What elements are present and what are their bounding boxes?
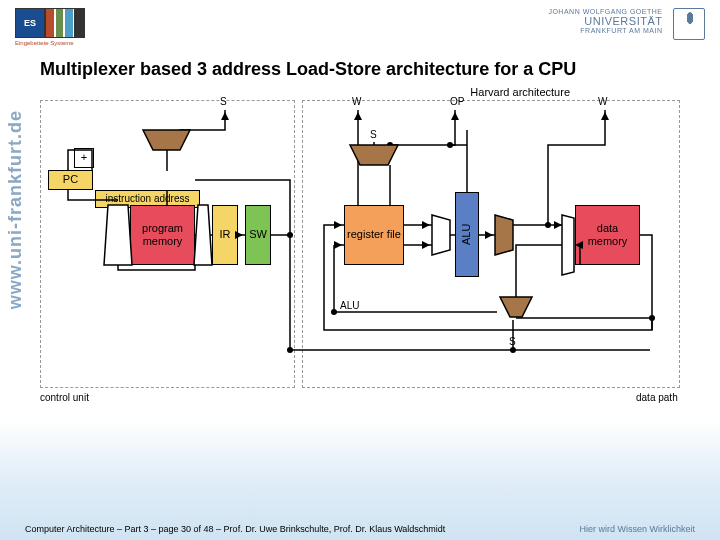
slide-title: Multiplexer based 3 address Load-Store a…	[0, 54, 720, 90]
svg-marker-23	[104, 205, 132, 265]
sidebar-url: www.uni-frankfurt.de	[5, 110, 26, 309]
svg-marker-22	[143, 130, 190, 150]
svg-marker-26	[432, 215, 450, 255]
svg-marker-29	[562, 215, 574, 275]
mux-shapes	[40, 90, 680, 400]
footer: Computer Architecture – Part 3 – page 30…	[0, 524, 720, 534]
logo-right: JOHANN WOLFGANG GOETHE UNIVERSITÄT FRANK…	[548, 8, 705, 40]
background-wave	[0, 420, 720, 540]
architecture-diagram: Harvard architecture	[40, 90, 690, 430]
footer-right: Hier wird Wissen Wirklichkeit	[579, 524, 695, 534]
footer-left: Computer Architecture – Part 3 – page 30…	[25, 524, 445, 534]
university-seal-icon	[673, 8, 705, 40]
svg-marker-28	[500, 297, 532, 317]
university-text: UNIVERSITÄT	[548, 15, 662, 27]
header: ES Eingebettete Systeme JOHANN WOLFGANG …	[0, 0, 720, 54]
svg-marker-25	[350, 145, 398, 165]
logo-subtitle: Eingebettete Systeme	[15, 40, 85, 46]
logo-bars-icon	[45, 8, 85, 38]
logo-left: ES Eingebettete Systeme	[15, 8, 85, 46]
goethe-text: JOHANN WOLFGANG GOETHE	[548, 8, 662, 15]
es-logo-icon: ES	[15, 8, 45, 38]
city-text: FRANKFURT AM MAIN	[548, 27, 662, 34]
svg-marker-24	[194, 205, 212, 265]
svg-marker-27	[495, 215, 513, 255]
